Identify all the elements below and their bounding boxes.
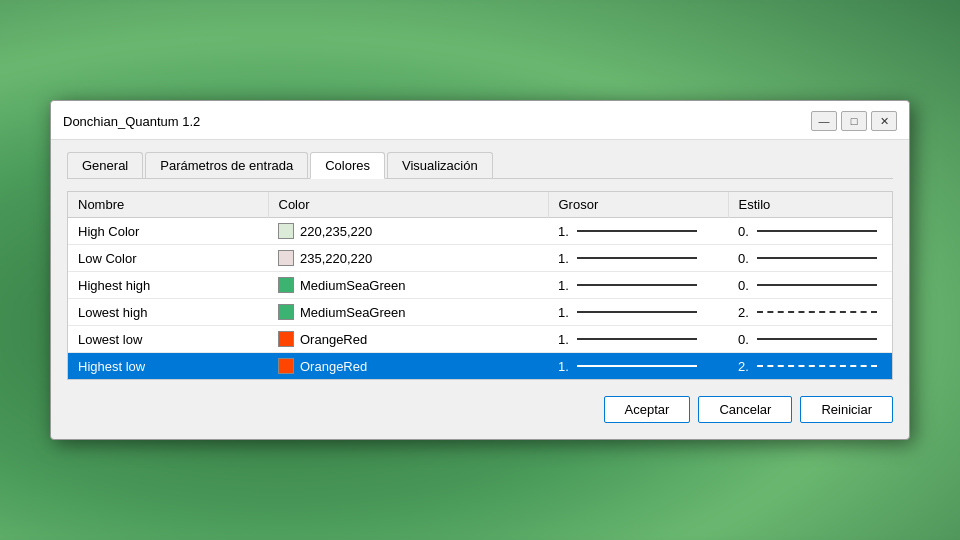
color-label: 220,235,220 <box>300 224 372 239</box>
grosor-line <box>577 230 697 232</box>
cell-estilo[interactable]: 2. <box>728 299 892 326</box>
grosor-value: 1. <box>558 305 569 320</box>
estilo-value: 0. <box>738 224 749 239</box>
grosor-value: 1. <box>558 359 569 374</box>
table-row[interactable]: High Color220,235,2201.0. <box>68 218 892 245</box>
cell-grosor[interactable]: 1. <box>548 353 728 380</box>
col-grosor: Grosor <box>548 192 728 218</box>
tab-parametros[interactable]: Parámetros de entrada <box>145 152 308 178</box>
grosor-line <box>577 284 697 286</box>
cell-grosor[interactable]: 1. <box>548 245 728 272</box>
table-row[interactable]: Highest highMediumSeaGreen1.0. <box>68 272 892 299</box>
tab-bar: General Parámetros de entrada Colores Vi… <box>67 152 893 179</box>
grosor-value: 1. <box>558 224 569 239</box>
color-label: OrangeRed <box>300 359 367 374</box>
cell-estilo[interactable]: 0. <box>728 326 892 353</box>
estilo-line <box>757 311 877 313</box>
table-row[interactable]: Lowest highMediumSeaGreen1.2. <box>68 299 892 326</box>
color-swatch <box>278 331 294 347</box>
color-swatch <box>278 277 294 293</box>
color-label: OrangeRed <box>300 332 367 347</box>
table-row[interactable]: Highest lowOrangeRed1.2. <box>68 353 892 380</box>
cell-nombre: Lowest low <box>68 326 268 353</box>
cell-estilo[interactable]: 0. <box>728 218 892 245</box>
cell-color[interactable]: 220,235,220 <box>268 218 548 245</box>
estilo-value: 0. <box>738 251 749 266</box>
estilo-line <box>757 230 877 232</box>
grosor-line <box>577 311 697 313</box>
cell-color[interactable]: OrangeRed <box>268 326 548 353</box>
color-swatch <box>278 250 294 266</box>
cell-color[interactable]: 235,220,220 <box>268 245 548 272</box>
estilo-value: 0. <box>738 278 749 293</box>
cell-estilo[interactable]: 0. <box>728 245 892 272</box>
grosor-line <box>577 257 697 259</box>
footer-buttons: Aceptar Cancelar Reiniciar <box>67 396 893 423</box>
grosor-line <box>577 338 697 340</box>
tab-colores[interactable]: Colores <box>310 152 385 179</box>
color-label: 235,220,220 <box>300 251 372 266</box>
window-controls: — □ ✕ <box>811 111 897 131</box>
estilo-value: 2. <box>738 359 749 374</box>
estilo-line <box>757 257 877 259</box>
color-label: MediumSeaGreen <box>300 278 406 293</box>
cell-estilo[interactable]: 2. <box>728 353 892 380</box>
estilo-value: 2. <box>738 305 749 320</box>
cell-estilo[interactable]: 0. <box>728 272 892 299</box>
tab-general[interactable]: General <box>67 152 143 178</box>
cell-grosor[interactable]: 1. <box>548 299 728 326</box>
estilo-line <box>757 284 877 286</box>
cancel-button[interactable]: Cancelar <box>698 396 792 423</box>
dialog-window: Donchian_Quantum 1.2 — □ ✕ General Parám… <box>50 100 910 440</box>
minimize-button[interactable]: — <box>811 111 837 131</box>
col-color: Color <box>268 192 548 218</box>
cell-grosor[interactable]: 1. <box>548 326 728 353</box>
table-row[interactable]: Low Color235,220,2201.0. <box>68 245 892 272</box>
estilo-value: 0. <box>738 332 749 347</box>
window-title: Donchian_Quantum 1.2 <box>63 114 200 129</box>
estilo-line <box>757 365 877 367</box>
color-swatch <box>278 358 294 374</box>
close-button[interactable]: ✕ <box>871 111 897 131</box>
cell-color[interactable]: MediumSeaGreen <box>268 299 548 326</box>
reset-button[interactable]: Reiniciar <box>800 396 893 423</box>
cell-color[interactable]: OrangeRed <box>268 353 548 380</box>
colors-table: Nombre Color Grosor Estilo High Color220… <box>68 192 892 379</box>
cell-nombre: Highest low <box>68 353 268 380</box>
color-label: MediumSeaGreen <box>300 305 406 320</box>
maximize-button[interactable]: □ <box>841 111 867 131</box>
title-bar: Donchian_Quantum 1.2 — □ ✕ <box>51 101 909 140</box>
dialog-content: General Parámetros de entrada Colores Vi… <box>51 140 909 439</box>
cell-grosor[interactable]: 1. <box>548 272 728 299</box>
cell-nombre: Lowest high <box>68 299 268 326</box>
color-swatch <box>278 223 294 239</box>
grosor-value: 1. <box>558 251 569 266</box>
grosor-value: 1. <box>558 278 569 293</box>
grosor-value: 1. <box>558 332 569 347</box>
cell-nombre: Low Color <box>68 245 268 272</box>
col-nombre: Nombre <box>68 192 268 218</box>
cell-nombre: Highest high <box>68 272 268 299</box>
accept-button[interactable]: Aceptar <box>604 396 691 423</box>
estilo-line <box>757 338 877 340</box>
cell-nombre: High Color <box>68 218 268 245</box>
table-row[interactable]: Lowest lowOrangeRed1.0. <box>68 326 892 353</box>
cell-grosor[interactable]: 1. <box>548 218 728 245</box>
cell-color[interactable]: MediumSeaGreen <box>268 272 548 299</box>
color-swatch <box>278 304 294 320</box>
tab-visualizacion[interactable]: Visualización <box>387 152 493 178</box>
colors-table-container: Nombre Color Grosor Estilo High Color220… <box>67 191 893 380</box>
col-estilo: Estilo <box>728 192 892 218</box>
grosor-line <box>577 365 697 367</box>
